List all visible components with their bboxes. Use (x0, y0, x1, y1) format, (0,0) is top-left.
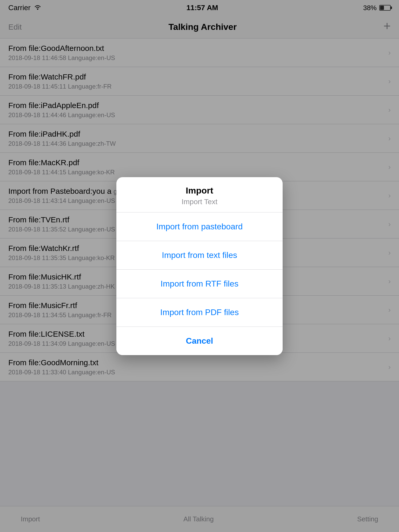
import-pdf-files-button[interactable]: Import from PDF files (116, 298, 283, 327)
modal-overlay: Import Import Text Import from pasteboar… (0, 0, 399, 532)
import-pasteboard-button[interactable]: Import from pasteboard (116, 212, 283, 241)
import-rtf-files-button[interactable]: Import from RTF files (116, 270, 283, 298)
modal-subtitle: Import Text (125, 198, 274, 206)
cancel-button[interactable]: Cancel (116, 327, 283, 355)
modal-header: Import Import Text (116, 177, 283, 212)
import-modal: Import Import Text Import from pasteboar… (116, 177, 283, 355)
modal-title: Import (125, 185, 274, 196)
import-text-files-button[interactable]: Import from text files (116, 241, 283, 270)
